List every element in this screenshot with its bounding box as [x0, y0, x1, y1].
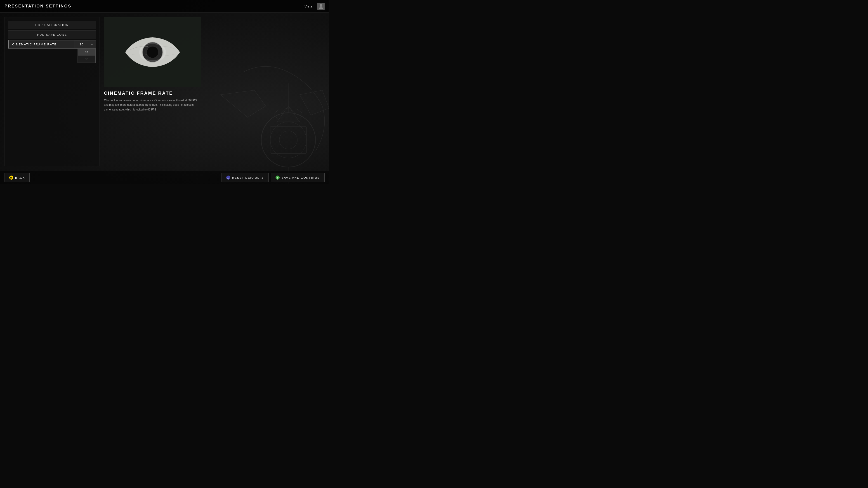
back-button-label: BACK — [15, 176, 25, 180]
dropdown-option-30[interactable]: 30 — [78, 48, 95, 56]
footer: B BACK X RESET DEFAULTS S SAVE AND CONTI… — [0, 171, 329, 184]
back-button-icon: B — [9, 175, 13, 180]
reset-button-label: RESET DEFAULTS — [232, 176, 264, 180]
save-continue-button[interactable]: S SAVE AND CONTINUE — [271, 173, 324, 182]
page-title: PRESENTATION SETTINGS — [4, 4, 71, 8]
hud-safe-zone-button[interactable]: HUD SAFE-ZONE — [8, 31, 96, 39]
username: Vistani — [305, 4, 315, 8]
frame-rate-dropdown: 30 60 — [78, 48, 96, 63]
eye-icon — [121, 34, 184, 70]
hdr-calibration-button[interactable]: HDR CALIBRATION — [8, 21, 96, 29]
preview-image — [104, 17, 201, 87]
save-button-icon: S — [276, 175, 280, 180]
cinematic-frame-rate-value: 30 — [74, 40, 88, 48]
eye-icon-container — [104, 18, 201, 87]
main-content: HDR CALIBRATION HUD SAFE-ZONE CINEMATIC … — [0, 13, 329, 171]
svg-point-11 — [147, 46, 158, 58]
cinematic-frame-rate-value-group: 30 ▼ — [74, 40, 96, 48]
save-button-label: SAVE AND CONTINUE — [281, 176, 320, 180]
avatar — [317, 3, 324, 10]
cinematic-frame-rate-row: CINEMATIC FRAME RATE 30 ▼ 30 60 — [8, 40, 96, 48]
dropdown-arrow-icon[interactable]: ▼ — [88, 41, 96, 48]
header: PRESENTATION SETTINGS Vistani — [0, 0, 329, 13]
dropdown-option-60[interactable]: 60 — [78, 56, 95, 63]
user-profile: Vistani — [305, 3, 324, 10]
setting-detail-title: CINEMATIC FRAME RATE — [104, 91, 320, 96]
right-panel: CINEMATIC FRAME RATE Choose the frame ra… — [99, 17, 324, 166]
reset-defaults-button[interactable]: X RESET DEFAULTS — [221, 173, 269, 182]
setting-detail-description: Choose the frame rate during cinematics.… — [104, 98, 201, 112]
svg-point-9 — [320, 4, 322, 7]
footer-right-buttons: X RESET DEFAULTS S SAVE AND CONTINUE — [221, 173, 325, 182]
reset-button-icon: X — [226, 175, 230, 180]
cinematic-frame-rate-label: CINEMATIC FRAME RATE — [9, 40, 74, 48]
back-button[interactable]: B BACK — [4, 173, 30, 182]
left-panel: HDR CALIBRATION HUD SAFE-ZONE CINEMATIC … — [4, 17, 99, 166]
